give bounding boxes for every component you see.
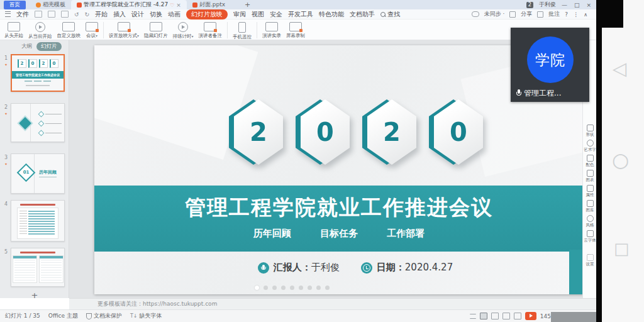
slide-number: 4	[4, 201, 8, 207]
recents-button-icon[interactable]: □	[614, 239, 630, 258]
sidebar-item-properties[interactable]: 属性	[583, 185, 597, 198]
share-icon[interactable]	[509, 11, 516, 18]
sidebar-item-gallery[interactable]: 图库	[583, 200, 597, 213]
sidebar-item-shapes[interactable]: 形状	[583, 125, 597, 138]
print-icon[interactable]	[48, 11, 55, 18]
fullscreen-view-icon[interactable]	[514, 313, 521, 319]
maximize-button[interactable]: □	[574, 2, 580, 8]
hamburger-icon[interactable]	[5, 11, 11, 17]
slide-thumbnail-4[interactable]	[11, 200, 65, 242]
custom-show-button[interactable]: 自定义放映	[55, 21, 83, 40]
sidebar-item-wordart[interactable]: 艺术字	[583, 140, 597, 153]
menu-doc-assistant[interactable]: 文档助手	[350, 10, 375, 19]
favorite-icon[interactable]	[170, 2, 174, 8]
agenda-item[interactable]: 目标任务	[320, 228, 358, 240]
minimize-button[interactable]: —	[562, 2, 567, 8]
share-button[interactable]: 分享	[521, 10, 532, 18]
sidebar-item-settings[interactable]: 设置	[583, 254, 597, 267]
sidebar-item-colors[interactable]: 配色	[583, 155, 597, 168]
new-tab-button[interactable]: +	[245, 1, 250, 9]
find-button[interactable]: 查找	[380, 10, 400, 19]
sidebar-item-style[interactable]: 风格	[583, 215, 597, 228]
undo-icon[interactable]	[74, 11, 79, 18]
close-tab-icon[interactable]	[176, 2, 181, 8]
show-settings-button[interactable]: 设置放映方式	[107, 21, 141, 40]
collapse-ribbon-icon[interactable]	[584, 11, 587, 18]
cloud-sync-icon[interactable]	[472, 11, 479, 17]
menu-devtools[interactable]: 开发工具	[288, 10, 313, 19]
play-from-current-button[interactable]: 从当前开始	[26, 21, 54, 40]
menu-transition[interactable]: 切换	[150, 10, 162, 19]
close-button[interactable]: ×	[586, 2, 591, 8]
menu-start[interactable]: 开始	[95, 10, 108, 19]
slide-sorter-icon[interactable]	[491, 313, 499, 319]
comment-icon[interactable]	[537, 11, 543, 18]
slideshow-play-button[interactable]	[525, 312, 536, 320]
sidebar-item-charts[interactable]: 图表	[583, 170, 597, 183]
preview-icon[interactable]	[61, 11, 69, 18]
date-value: 2020.4.27	[405, 262, 453, 273]
agenda-item[interactable]: 工作部署	[387, 228, 425, 240]
add-slide-button[interactable]: +	[0, 291, 69, 300]
rehearse-timing-button[interactable]: 排练计时	[171, 21, 196, 40]
help-button[interactable]: ?	[565, 11, 568, 18]
save-icon[interactable]	[35, 11, 42, 18]
sync-status[interactable]: 未同步 ·	[484, 10, 505, 18]
record-presentation-button[interactable]: 演讲实录	[260, 21, 283, 40]
user-name[interactable]: 于利俊	[539, 1, 556, 9]
wps-home-button[interactable]: 首页	[4, 1, 26, 9]
slide-thumbnail-5[interactable]	[11, 248, 65, 287]
menu-design[interactable]: 设计	[131, 10, 144, 19]
comment-button[interactable]: 批注	[548, 10, 560, 18]
message-badge[interactable]: 2	[526, 2, 533, 8]
cloud-font-icon	[587, 230, 594, 237]
screen-record-button[interactable]: 屏幕录制	[284, 21, 307, 40]
menu-slideshow[interactable]: 幻灯片放映	[186, 9, 228, 19]
pagination-dot	[281, 286, 286, 290]
home-button-icon[interactable]: ○	[612, 148, 629, 171]
more-menu-icon[interactable]	[573, 11, 579, 18]
tab-label: 稻壳模板	[43, 1, 65, 9]
slide-thumbnail-1[interactable]: 2020 管理工程学院就业工作推进会议	[11, 54, 65, 92]
protection-status[interactable]: 文档未保护	[86, 312, 122, 320]
normal-view-icon[interactable]	[480, 313, 487, 319]
title-bar: 首页 稻壳模板 管理工程学院就业工作汇报 -4.27 封面.pptx + 2 于…	[0, 0, 596, 9]
tab-template-store[interactable]: 稻壳模板	[30, 0, 71, 9]
tab-active-document[interactable]: 管理工程学院就业工作汇报 -4.27	[71, 0, 187, 9]
tab-slides[interactable]: 幻灯片	[36, 42, 62, 51]
slide-title[interactable]: 管理工程学院就业工作推进会议	[94, 194, 584, 222]
tab-cover-document[interactable]: 封面.pptx	[187, 0, 231, 9]
agenda-item[interactable]: 历年回顾	[253, 228, 291, 240]
back-button-icon[interactable]: ◁	[613, 58, 626, 79]
sidebar-item-cloud-fonts[interactable]: 云字体	[583, 230, 597, 243]
year-hexagons[interactable]: 2 0 2 0	[234, 99, 483, 165]
play-from-start-button[interactable]: 从头开始	[3, 21, 25, 40]
reading-view-icon[interactable]	[502, 313, 510, 319]
slide-counter: 幻灯片 1 / 35	[5, 312, 40, 320]
menu-features[interactable]: 特色功能	[319, 10, 344, 19]
meeting-button[interactable]: 会议	[84, 21, 100, 40]
hide-slide-button[interactable]: 隐藏幻灯片	[142, 21, 170, 40]
presenter-info-row[interactable]: 汇报人：于利俊 日期：2020.4.27	[111, 262, 584, 274]
slide-thumbnail-2[interactable]	[11, 103, 65, 142]
missing-fonts[interactable]: T↓缺失字体	[130, 312, 162, 320]
video-call-overlay[interactable]: 学院 管理工程...	[511, 28, 589, 102]
redo-icon[interactable]	[85, 11, 90, 18]
menu-security[interactable]: 安全	[270, 10, 282, 19]
phone-remote-button[interactable]: 手机遥控	[231, 21, 253, 41]
menu-view[interactable]: 视图	[252, 10, 264, 19]
speaker-notes-button[interactable]: 演讲者备注	[197, 21, 225, 40]
notes-toggle-icon[interactable]	[470, 314, 476, 319]
menu-review[interactable]: 审阅	[233, 10, 246, 19]
slide-thumbnail-3[interactable]: 01 历年回顾	[11, 153, 65, 194]
theme-name[interactable]: Office 主题	[48, 312, 78, 320]
style-icon	[587, 215, 594, 222]
menu-insert[interactable]: 插入	[113, 10, 126, 19]
title-band[interactable]: 管理工程学院就业工作推进会议 历年回顾 目标任务 工作部署	[94, 186, 584, 252]
chart-icon	[587, 170, 594, 177]
menu-animation[interactable]: 动画	[168, 10, 180, 19]
tab-outline[interactable]: 大纲	[21, 43, 32, 50]
pagination-dot	[316, 286, 321, 290]
menu-file[interactable]: 文件	[16, 10, 29, 19]
notes-bar[interactable]: 更多模板请关注：https://haosc.tukuppt.com	[69, 298, 596, 309]
